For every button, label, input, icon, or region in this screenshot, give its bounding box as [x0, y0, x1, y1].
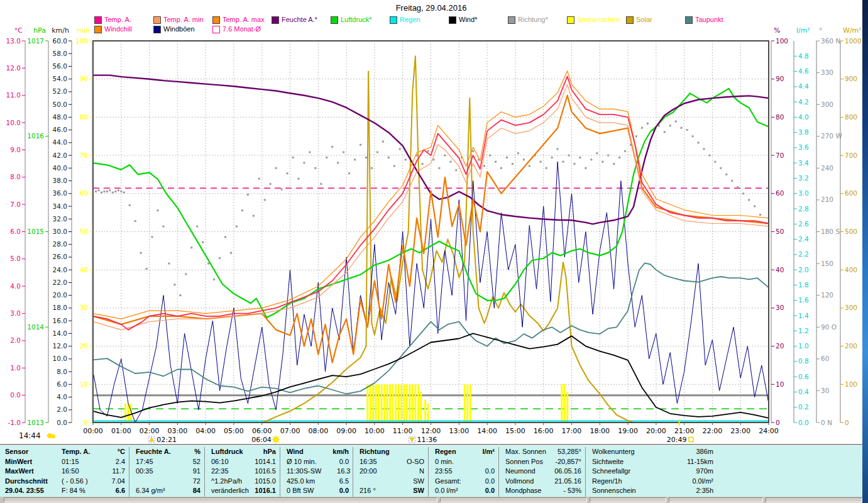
axis-tick-label: 24.0: [53, 266, 67, 274]
x-axis-label: 16:00: [534, 427, 554, 435]
axis-tick-label: 90 O: [821, 323, 837, 331]
axis-tick-label: 500: [845, 228, 857, 235]
sunshine-bar: [417, 384, 419, 423]
direction-dot: [500, 167, 502, 169]
sunshine-bar: [387, 384, 388, 423]
direction-dot: [546, 167, 547, 169]
legend-swatch-icon: [94, 26, 102, 33]
direction-dot: [551, 157, 553, 158]
table-cell-row: 20:00N: [353, 467, 428, 477]
table-cell-row: 0 min.: [429, 457, 498, 467]
direction-dot: [613, 163, 615, 165]
legend-item: Richtung*: [508, 15, 566, 25]
direction-dot: [382, 141, 384, 143]
table-column: Regenl/m²0 min.23:550.0Gesamt:0.00.0 l/m…: [428, 447, 498, 497]
table-cell: Sonnen Pos: [505, 457, 543, 467]
sunshine-bar: [427, 404, 429, 423]
direction-dot: [219, 257, 221, 259]
table-cell-row: Regen/1h0.0l/m²: [586, 477, 717, 487]
table-cell-row: LuftdruckhPa: [205, 447, 280, 457]
sunshine-bar: [400, 384, 402, 423]
direction-dot: [523, 158, 525, 160]
table-cell: 84: [175, 486, 201, 496]
axis-tick-label: 1.8: [798, 281, 809, 289]
direction-dot: [236, 226, 238, 228]
axis-tick-label: 0.2: [798, 403, 809, 411]
sunrise-icon-ray: [273, 436, 273, 437]
sunshine-bar: [420, 392, 422, 423]
legend-label: Wind*: [459, 16, 477, 24]
legend-label: Taupunkt: [695, 16, 723, 24]
axis-tick-label: 48.0: [53, 113, 67, 121]
table-cell: 0 Bft SW: [287, 486, 314, 496]
direction-dot: [95, 191, 97, 192]
table-cell: 22:35: [211, 467, 229, 477]
direction-dot: [714, 161, 716, 163]
table-cell: SW: [399, 477, 424, 487]
direction-dot: [213, 279, 215, 280]
axis-tick-label: 30.0: [53, 228, 67, 235]
legend-swatch-icon: [685, 16, 693, 24]
sunset-icon: [689, 438, 693, 442]
legend-item: Solar: [626, 15, 684, 25]
direction-dot: [303, 162, 305, 163]
direction-dot: [495, 161, 497, 163]
direction-dot: [754, 206, 755, 207]
x-axis-label: 18:00: [590, 427, 610, 435]
axis-tick-label: 7.0: [10, 201, 21, 208]
table-cell-row: 0.0 l/m²0.0: [429, 486, 498, 496]
axis-tick-label: 0.6: [798, 373, 809, 380]
direction-dot: [264, 199, 266, 201]
table-cell: l/m²: [470, 447, 495, 457]
direction-dot: [292, 157, 294, 158]
direction-dot: [563, 161, 564, 163]
sunshine-bar: [470, 384, 471, 423]
x-axis-label: 10:00: [365, 427, 385, 435]
direction-dot: [162, 226, 164, 228]
direction-dot: [287, 172, 288, 174]
table-column: Max. Sonnen53,285°Sonnen Pos-20,857°Neum…: [498, 447, 585, 497]
axis-tick-label: 40.0: [53, 164, 67, 172]
axis-tick-label: 1017: [27, 37, 44, 45]
direction-dot: [202, 241, 204, 243]
direction-dot: [618, 157, 620, 158]
direction-dot: [590, 158, 592, 160]
direction-dot: [314, 167, 316, 169]
legend-label: Feuchte A.*: [282, 16, 317, 24]
table-cell-row: Ø 10 min.0.0: [280, 457, 353, 467]
axis-tick-label: 1.6: [798, 296, 809, 304]
x-axis-label: 13:00: [449, 427, 469, 435]
axis-tick-label: 10: [80, 380, 88, 388]
sunrise-icon-ray: [273, 442, 273, 443]
sunshine-bar: [412, 384, 414, 423]
weather-station-window: Freitag, 29.04.2016 -1.00.01.02.03.04.05…: [0, 0, 868, 503]
axis-tick-label: 0.8: [798, 357, 809, 365]
table-cell: 91: [175, 467, 201, 477]
sunshine-bar: [372, 384, 374, 423]
legend-item: Windböen: [153, 25, 211, 34]
status-bar-segment: [766, 497, 862, 502]
moonset-icon: [410, 438, 414, 442]
legend: Temp. A.Temp. A. minTemp. A. maxFeuchte …: [94, 15, 744, 34]
table-cell-row: Richtung: [353, 447, 428, 457]
axis-tick-label: 1013: [27, 419, 44, 426]
sunshine-bar: [409, 384, 410, 423]
table-cell: 06:10: [211, 457, 229, 467]
direction-dot: [432, 158, 434, 160]
direction-dot: [114, 191, 116, 192]
x-axis-label: 22:00: [703, 427, 723, 435]
direction-dot: [112, 192, 114, 194]
axis-tick-label: 12.0: [53, 342, 67, 350]
axis-tick-label: 20: [80, 342, 88, 350]
direction-dot: [120, 191, 122, 192]
table-row-label: Sensor: [0, 447, 55, 457]
x-axis-label: 01:00: [111, 427, 131, 435]
direction-dot: [151, 236, 153, 238]
sunshine-bar: [383, 384, 385, 423]
x-axis-label: 19:00: [618, 427, 638, 435]
table-cell: 6.34 g/m³: [136, 486, 165, 496]
moon-icon: [47, 433, 52, 438]
table-cell: [470, 457, 495, 467]
sun-marker-label: 11:36: [417, 436, 437, 444]
axis-tick-label: 1.0: [798, 342, 809, 350]
